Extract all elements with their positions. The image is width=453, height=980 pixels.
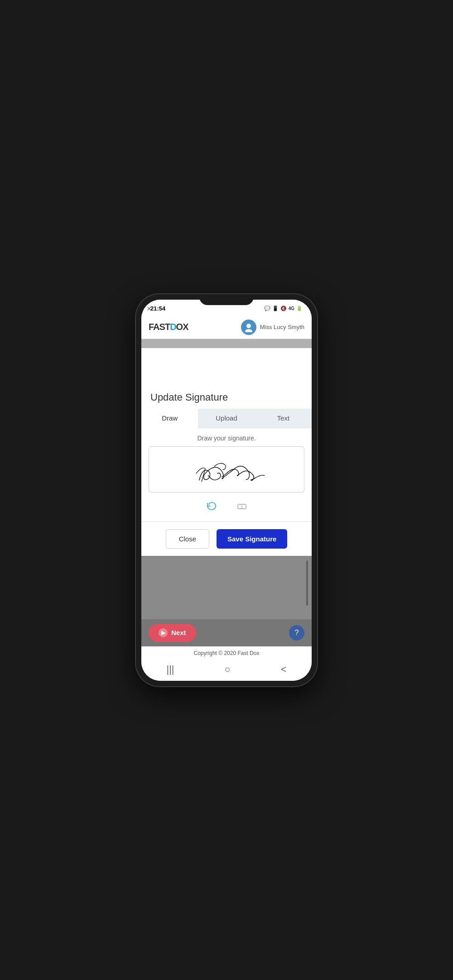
- signature-tabs: Draw Upload Text: [141, 409, 312, 428]
- signature-canvas[interactable]: [149, 446, 304, 492]
- avatar-icon: [244, 322, 254, 332]
- next-button[interactable]: ▶ Next: [149, 624, 196, 642]
- signature-prompt: Draw your signature.: [141, 428, 312, 446]
- phone-notch: [199, 294, 254, 305]
- message-icon: 💬: [264, 306, 270, 311]
- gray-bar-top: [141, 339, 312, 348]
- gray-overlay-area: [141, 556, 312, 619]
- next-button-icon: ▶: [159, 628, 168, 637]
- tab-upload[interactable]: Upload: [198, 409, 255, 428]
- footer-bar: ▶ Next ?: [141, 619, 312, 646]
- close-button[interactable]: Close: [166, 529, 209, 549]
- modal-button-row: Close Save Signature: [141, 529, 312, 556]
- avatar: [241, 320, 256, 335]
- user-info[interactable]: Miss Lucy Smyth: [241, 320, 304, 335]
- whatsapp-icon: 📱: [272, 306, 279, 311]
- svg-point-1: [245, 329, 252, 332]
- help-icon: ?: [295, 629, 299, 637]
- network-icon: 4G: [289, 306, 294, 311]
- eraser-button[interactable]: [236, 500, 248, 515]
- status-time: 21:54: [150, 305, 165, 312]
- next-button-label: Next: [171, 629, 186, 636]
- tab-draw[interactable]: Draw: [141, 409, 198, 428]
- phone-screen: 21:54 💬 📱 🔇 4G 🔋 FASTDOX: [141, 300, 312, 681]
- phone-frame: 21:54 💬 📱 🔇 4G 🔋 FASTDOX: [136, 294, 317, 686]
- white-space-area: [141, 348, 312, 384]
- user-name: Miss Lucy Smyth: [260, 324, 304, 330]
- status-icons: 💬 📱 🔇 4G 🔋: [264, 306, 303, 311]
- back-icon[interactable]: <: [281, 664, 287, 675]
- logo-d-accent: D: [170, 322, 176, 332]
- save-signature-button[interactable]: Save Signature: [217, 529, 287, 549]
- signal-icon: 🔇: [280, 306, 287, 311]
- copyright-text: Copyright © 2020 Fast Dox: [141, 646, 312, 659]
- svg-point-0: [246, 324, 251, 328]
- battery-icon: 🔋: [296, 306, 303, 311]
- recent-apps-icon[interactable]: |||: [166, 664, 174, 675]
- modal-title: Update Signature: [141, 384, 312, 409]
- signature-drawing: [149, 447, 304, 492]
- signature-actions: [141, 492, 312, 521]
- tab-text[interactable]: Text: [255, 409, 312, 428]
- home-bar: ||| ○ <: [141, 659, 312, 681]
- modal-area: × Update Signature Draw Upload Text Draw…: [141, 384, 312, 556]
- scroll-indicator: [306, 560, 308, 606]
- logo-text-dark: FAST: [149, 322, 170, 332]
- action-divider: [141, 521, 312, 522]
- navbar: FASTDOX Miss Lucy Smyth: [141, 316, 312, 339]
- logo-text-rest: OX: [176, 322, 188, 332]
- help-button[interactable]: ?: [289, 625, 304, 641]
- app-logo: FASTDOX: [149, 322, 188, 332]
- home-icon[interactable]: ○: [224, 664, 230, 675]
- undo-button[interactable]: [205, 500, 218, 515]
